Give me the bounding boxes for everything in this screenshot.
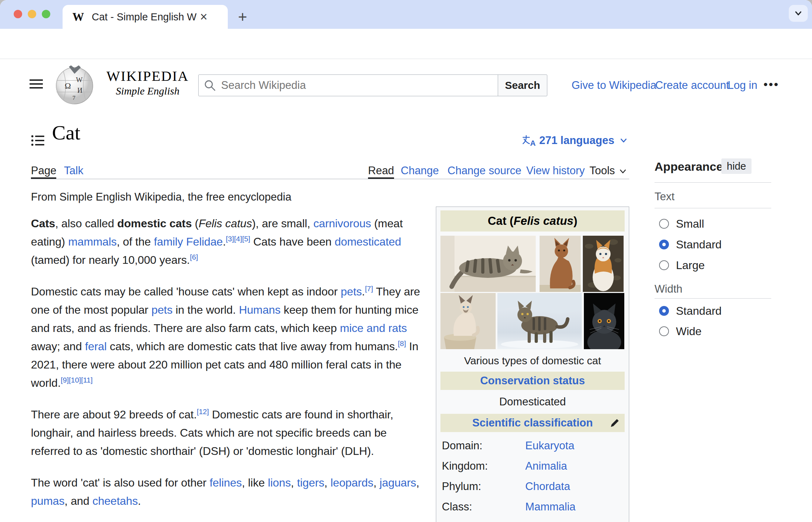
new-tab-button[interactable]: + (235, 9, 250, 25)
inline-link[interactable]: leopards (330, 476, 373, 489)
log-in-link[interactable]: Log in (728, 79, 757, 92)
scientific-classification-header[interactable]: Scientific classification (440, 414, 625, 432)
inline-link[interactable]: felines (210, 476, 242, 489)
row-value-link[interactable]: Mammalia (525, 501, 575, 513)
inline-link[interactable]: tigers (297, 476, 324, 489)
radio-label: Standard (676, 305, 722, 318)
table-row: Phylum: Chordata (440, 476, 625, 497)
wikipedia-wordmark[interactable]: WIKIPEDIA Simple English (102, 67, 193, 97)
text-segment: ( (192, 217, 199, 230)
close-window-button[interactable] (14, 10, 22, 18)
radio-icon[interactable] (659, 306, 669, 316)
row-value-link[interactable]: Eukaryota (525, 439, 574, 452)
minimize-window-button[interactable] (28, 10, 36, 18)
tab-strip: W Cat - Simple English Wikipedi × + (0, 0, 812, 29)
reference-link[interactable]: [6] (190, 253, 198, 261)
inline-link[interactable]: lions (268, 476, 291, 489)
header-more-menu[interactable]: ••• (763, 78, 779, 91)
appearance-title: Appearance (655, 160, 723, 173)
reference-link[interactable]: [7] (365, 285, 373, 293)
text-segment: . (223, 235, 226, 248)
text-size-option-small[interactable]: Small (655, 217, 704, 231)
text-segment: Felis catus (514, 214, 574, 227)
browser-toolbar: simple.wikipedia.org/wiki/Cat on (0, 29, 812, 59)
appearance-hide-button[interactable]: hide (721, 158, 752, 174)
scientific-classification-link[interactable]: Scientific classification (472, 417, 593, 429)
languages-selector[interactable]: A 271 languages (522, 134, 628, 147)
search-button[interactable]: Search (498, 74, 547, 96)
edit-pencil-icon[interactable] (609, 417, 620, 429)
close-tab-icon[interactable]: × (200, 11, 207, 23)
text-size-option-large[interactable]: Large (655, 258, 705, 272)
inline-link[interactable]: mice and rats (340, 322, 407, 334)
radio-icon[interactable] (659, 219, 669, 229)
svg-text:И: И (77, 86, 82, 94)
photo-tabby-cat-lying[interactable] (440, 236, 539, 292)
main-menu-hamburger-button[interactable] (30, 79, 43, 89)
width-option-wide[interactable]: Wide (655, 324, 702, 338)
tab-change-source[interactable]: Change source (447, 164, 521, 177)
give-to-wikipedia-link[interactable]: Give to Wikipedia (572, 79, 656, 92)
width-option-standard[interactable]: Standard (655, 304, 722, 318)
radio-icon[interactable] (659, 326, 669, 336)
radio-icon[interactable] (659, 240, 669, 249)
wikipedia-globe-logo[interactable]: Ω W И 7 (54, 65, 95, 105)
fullscreen-window-button[interactable] (42, 10, 50, 18)
reference-link[interactable]: [12] (197, 407, 209, 416)
text-segment: Cats have been (250, 235, 335, 248)
text-segment: ), are small, (252, 217, 314, 230)
languages-icon: A (522, 135, 536, 146)
taxobox: Cat (Felis catus) (436, 207, 629, 522)
tab-view-history[interactable]: View history (526, 164, 585, 177)
contents-toc-button[interactable] (31, 134, 45, 147)
tab-search-button[interactable] (789, 5, 808, 22)
inline-link[interactable]: mammals (68, 235, 117, 248)
inline-link[interactable]: pumas (31, 495, 65, 507)
search-input[interactable] (220, 79, 498, 92)
width-section-label: Width (655, 283, 682, 295)
photo-abyssinian-cat[interactable] (540, 236, 582, 292)
wordmark-title: WIKIPEDIA (102, 67, 193, 84)
table-row: Class: Mammalia (440, 497, 625, 517)
wiki-search-box[interactable] (198, 74, 498, 96)
browser-tab[interactable]: W Cat - Simple English Wikipedi × (63, 5, 228, 29)
tab-page[interactable]: Page (31, 164, 56, 179)
conservation-status-header[interactable]: Conservation status (440, 372, 625, 390)
text-size-option-standard[interactable]: Standard (655, 237, 722, 252)
row-value-link[interactable]: Animalia (525, 460, 567, 472)
table-row: Kingdom: Animalia (440, 456, 625, 476)
photo-tabby-cat-in-snow[interactable] (497, 293, 583, 349)
text-segment: , of the (117, 235, 154, 248)
text-section-label: Text (655, 190, 771, 203)
inline-link[interactable]: carnivorous (313, 217, 371, 230)
tab-tools[interactable]: Tools (589, 164, 615, 177)
conservation-status-link[interactable]: Conservation status (480, 374, 585, 387)
reference-link[interactable]: [8] (398, 339, 406, 347)
reference-link[interactable]: [9][10][11] (61, 376, 93, 384)
tools-chevron-icon[interactable] (619, 167, 627, 176)
paragraph: There are about 92 breeds of cat.[12] Do… (31, 405, 426, 460)
reference-link[interactable]: [3][4][5] (226, 235, 250, 243)
text-segment: cats, which are domestic cats that live … (107, 340, 398, 353)
inline-link[interactable]: jaguars (380, 476, 416, 489)
inline-link[interactable]: pets (341, 285, 362, 298)
inline-link[interactable]: feral (85, 340, 107, 353)
photo-siamese-cat[interactable] (440, 293, 496, 349)
infobox-photo-grid (440, 236, 625, 349)
row-value-link[interactable]: Chordata (525, 480, 570, 493)
photo-gray-cat-dark[interactable] (584, 293, 625, 349)
svg-text:7: 7 (72, 94, 76, 101)
svg-text:W: W (76, 76, 83, 84)
wordmark-subtitle: Simple English (102, 85, 193, 97)
tab-talk[interactable]: Talk (64, 164, 83, 177)
inline-link[interactable]: family Felidae (154, 235, 223, 248)
tab-read[interactable]: Read (368, 164, 394, 179)
photo-orange-white-cat[interactable] (583, 236, 625, 292)
inline-link[interactable]: domesticated (335, 235, 401, 248)
tab-change[interactable]: Change (401, 164, 439, 177)
radio-icon[interactable] (659, 260, 669, 270)
inline-link[interactable]: pets (152, 304, 173, 316)
inline-link[interactable]: Humans (239, 304, 281, 316)
create-account-link[interactable]: Create account (655, 79, 729, 92)
inline-link[interactable]: cheetahs (92, 495, 138, 507)
